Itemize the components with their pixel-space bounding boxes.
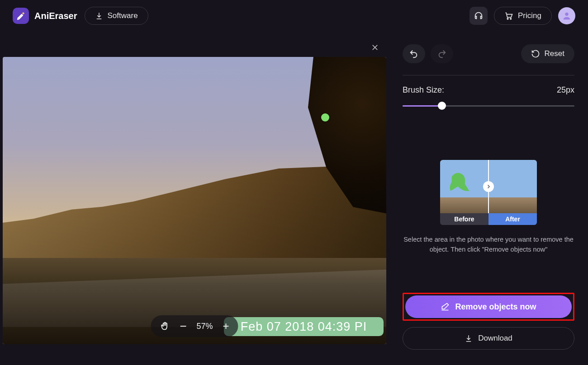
eraser-icon [441,302,450,311]
software-button[interactable]: Software [85,7,148,25]
svg-point-0 [507,18,508,19]
redo-button[interactable] [431,44,453,63]
before-after-preview: Before After [440,160,537,225]
app-name: AniEraser [34,11,77,21]
image-canvas[interactable]: Feb 07 2018 04:39 PI [3,57,386,344]
divider [403,75,574,75]
helper-text: Select the area in the photo where you w… [403,235,574,255]
zoom-value: 57% [197,322,213,331]
download-icon [465,334,473,342]
canvas-area: Feb 07 2018 04:39 PI − 57% + [0,32,389,365]
remove-button-highlight: Remove objects now [403,293,574,321]
cart-icon [504,11,513,20]
preview-after [489,160,537,213]
redo-icon [437,49,447,59]
user-avatar[interactable] [558,7,575,24]
pricing-button[interactable]: Pricing [494,7,552,25]
svg-point-2 [565,13,568,16]
watermark-selection: Feb 07 2018 04:39 PI [224,317,384,336]
tools-sidebar: Reset Brush Size: 25px [389,32,588,365]
software-label: Software [108,11,138,20]
brush-size-slider[interactable] [403,101,574,110]
remove-objects-button[interactable]: Remove objects now [405,295,572,318]
before-label: Before [440,213,488,225]
preview-before [440,160,489,213]
download-label: Download [478,334,512,343]
brush-size-label: Brush Size: [403,85,444,95]
download-button[interactable]: Download [403,327,574,350]
app-header: AniEraser Software Pricing [0,0,588,32]
close-image-button[interactable] [371,43,379,51]
after-label: After [488,213,537,225]
app-logo: AniEraser [13,8,77,24]
undo-icon [409,49,419,59]
support-button[interactable] [469,7,488,25]
logo-icon [13,8,29,24]
zoom-out-button[interactable]: − [180,319,186,333]
remove-label: Remove objects now [455,302,536,312]
compare-arrow-icon [483,181,494,192]
headphones-icon [474,11,484,21]
reset-icon [531,49,540,58]
reset-label: Reset [545,49,564,58]
bird-mask-icon [446,168,474,196]
zoom-toolbar: − 57% + [151,315,238,337]
zoom-in-button[interactable]: + [223,320,229,332]
brush-size-value: 25px [557,85,574,95]
pan-hand-button[interactable] [160,321,170,331]
download-icon [95,12,103,20]
slider-thumb[interactable] [438,102,446,110]
pricing-label: Pricing [518,11,541,20]
reset-button[interactable]: Reset [521,44,574,63]
brush-cursor [321,113,329,122]
svg-point-1 [510,18,512,19]
slider-fill [403,105,442,107]
undo-button[interactable] [403,44,425,63]
user-icon [562,11,572,21]
